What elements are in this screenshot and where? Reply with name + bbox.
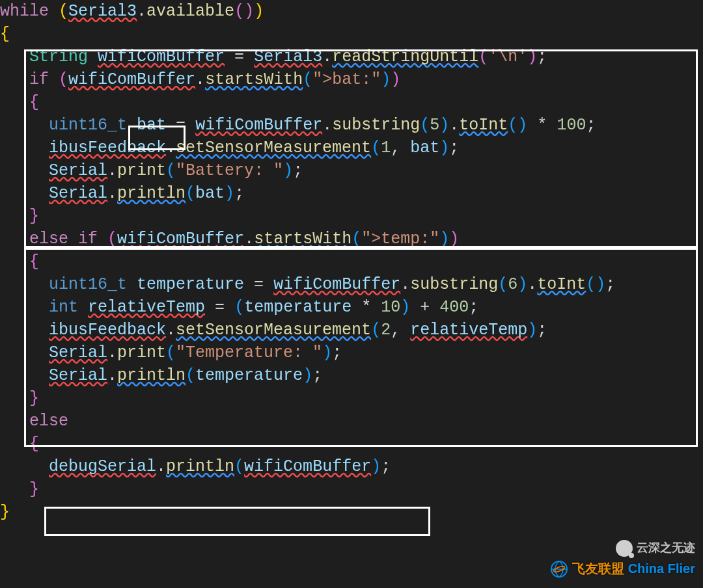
watermark-brand-text: China Flier — [628, 557, 695, 580]
code-line: { — [0, 25, 10, 44]
code-line: uint16_t bat = wifiComBuffer.substring(5… — [0, 116, 596, 135]
svg-point-0 — [551, 561, 567, 577]
code-line: ibusFeedback.setSensorMeasurement(1, bat… — [0, 139, 459, 157]
code-line: int relativeTemp = (temperature * 10) + … — [0, 298, 478, 317]
wechat-icon — [616, 540, 633, 557]
code-line: { — [0, 434, 39, 453]
code-line: if (wifiComBuffer.startsWith(">bat:")) — [0, 70, 400, 89]
code-line: Serial.println(temperature); — [0, 366, 322, 385]
code-line: } — [0, 389, 39, 408]
watermark-wechat: 云深之无迹 — [616, 537, 695, 559]
brace: { — [0, 25, 10, 44]
watermark-brand: 飞友联盟 China Flier — [550, 557, 695, 580]
code-line: else if (wifiComBuffer.startsWith(">temp… — [0, 230, 459, 248]
svg-point-1 — [553, 565, 565, 573]
var-temperature: temperature — [137, 275, 244, 294]
code-line: } — [0, 480, 39, 499]
code-line: uint16_t temperature = wifiComBuffer.sub… — [0, 275, 615, 294]
code-line: Serial.println(bat); — [0, 184, 244, 203]
code-line: debugSerial.println(wifiComBuffer); — [0, 457, 391, 476]
var-wifiComBuffer: wifiComBuffer — [98, 47, 225, 66]
code-line: { — [0, 93, 39, 112]
var-debugSerial: debugSerial — [49, 457, 156, 476]
method: available — [146, 2, 234, 21]
watermark-tag: 飞友联盟 — [572, 557, 624, 580]
keyword-if: if — [29, 70, 49, 89]
code-line: Serial.print("Temperature: "); — [0, 343, 342, 362]
code-line: Serial.print("Battery: "); — [0, 161, 303, 180]
code-line: while (Serial3.available()) — [0, 2, 264, 21]
code-line: String wifiComBuffer = Serial3.readStrin… — [0, 47, 547, 66]
code-line: { — [0, 252, 39, 271]
keyword-else: else — [29, 230, 68, 248]
code-line: } — [0, 503, 10, 522]
code-line: ibusFeedback.setSensorMeasurement(2, rel… — [0, 321, 547, 340]
keyword-while: while — [0, 2, 49, 21]
var-relativeTemp: relativeTemp — [88, 298, 205, 317]
var-bat: bat — [137, 116, 166, 135]
type: String — [29, 47, 88, 66]
globe-icon — [550, 560, 568, 578]
identifier: Serial3 — [68, 2, 137, 21]
watermark-wechat-text: 云深之无迹 — [637, 537, 695, 559]
code-line: } — [0, 207, 39, 226]
code-line: else — [0, 412, 68, 431]
code-editor[interactable]: while (Serial3.available()) { String wif… — [0, 0, 703, 524]
